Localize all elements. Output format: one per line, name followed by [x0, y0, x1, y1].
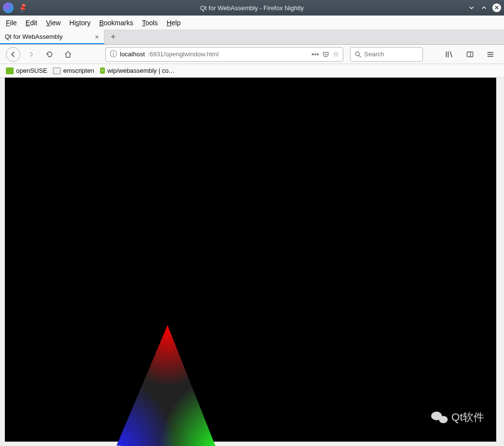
window-titlebar: 📌 Qt for WebAssembly - Firefox Nightly ✕: [0, 0, 504, 16]
firefox-icon: [3, 2, 14, 13]
svg-rect-5: [467, 52, 473, 57]
forward-button: [23, 47, 39, 62]
navigation-toolbar: ⓘ localhost:6931/openglwindow.html ••• ☆: [0, 45, 504, 64]
minimize-button[interactable]: [467, 3, 476, 12]
url-path: :6931/openglwindow.html: [148, 50, 218, 58]
menu-edit[interactable]: Edit: [26, 19, 37, 27]
bookmarks-bar: openSUSE emscripten ⑂ wip/webassembly | …: [0, 64, 504, 78]
browser-tab[interactable]: Qt for WebAssembly ×: [0, 30, 104, 44]
hamburger-menu-icon[interactable]: [483, 47, 498, 62]
window-title: Qt for WebAssembly - Firefox Nightly: [200, 4, 304, 12]
tab-bar: Qt for WebAssembly × +: [0, 30, 504, 45]
url-host: localhost: [120, 50, 145, 58]
folder-icon: [53, 67, 61, 74]
menubar: File Edit View History Bookmarks Tools H…: [0, 16, 504, 30]
maximize-button[interactable]: [480, 3, 488, 12]
tab-title: Qt for WebAssembly: [5, 33, 63, 40]
svg-marker-13: [117, 325, 218, 446]
more-icon[interactable]: •••: [311, 50, 319, 58]
back-button[interactable]: [6, 47, 20, 62]
menu-help[interactable]: Help: [167, 19, 181, 27]
search-input[interactable]: [364, 50, 413, 58]
wechat-icon: [431, 411, 448, 424]
search-icon: [354, 51, 361, 58]
library-icon[interactable]: [442, 47, 457, 62]
close-button[interactable]: ✕: [492, 3, 501, 12]
sidebar-icon[interactable]: [462, 47, 478, 62]
bookmark-label: emscripten: [63, 67, 94, 74]
menu-tools[interactable]: Tools: [142, 19, 158, 27]
page-content: Qt软件: [5, 78, 496, 442]
pocket-icon[interactable]: [322, 50, 330, 58]
reload-button[interactable]: [42, 47, 57, 62]
info-icon[interactable]: ⓘ: [110, 50, 117, 59]
menu-file[interactable]: File: [6, 19, 17, 27]
window-controls: ✕: [467, 3, 501, 12]
pin-icon[interactable]: 📌: [17, 2, 28, 13]
new-tab-button[interactable]: +: [104, 30, 122, 44]
bookmark-emscripten[interactable]: emscripten: [53, 67, 94, 74]
bookmark-star-icon[interactable]: ☆: [333, 50, 339, 59]
bookmark-label: wip/webassembly | co…: [107, 67, 175, 74]
home-button[interactable]: [60, 47, 76, 62]
svg-line-4: [450, 51, 452, 57]
search-bar[interactable]: [350, 47, 423, 62]
bookmark-opensuse[interactable]: openSUSE: [6, 67, 47, 74]
menu-bookmarks[interactable]: Bookmarks: [99, 19, 133, 27]
watermark-text: Qt软件: [452, 410, 484, 425]
url-bar[interactable]: ⓘ localhost:6931/openglwindow.html ••• ☆: [105, 47, 343, 62]
watermark: Qt软件: [431, 410, 484, 425]
flag-icon: [6, 67, 14, 74]
svg-line-1: [359, 55, 361, 57]
branch-icon: ⑂: [100, 67, 105, 74]
opengl-triangle: [117, 325, 223, 446]
tab-close-icon[interactable]: ×: [95, 33, 99, 41]
menu-history[interactable]: History: [69, 19, 91, 27]
svg-point-0: [355, 52, 359, 56]
menu-view[interactable]: View: [46, 19, 61, 27]
bookmark-webassembly[interactable]: ⑂ wip/webassembly | co…: [100, 67, 175, 74]
bookmark-label: openSUSE: [16, 67, 47, 74]
